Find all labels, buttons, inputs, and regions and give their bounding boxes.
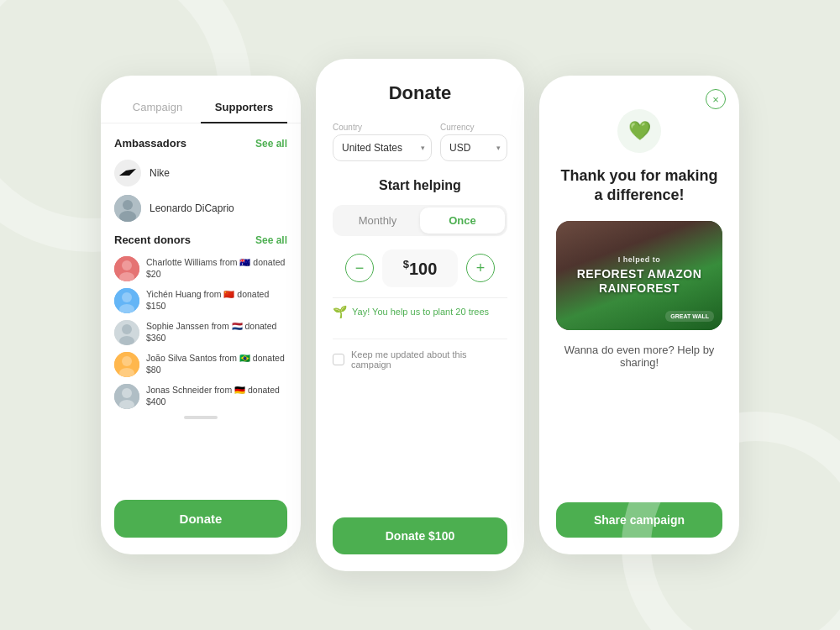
nike-avatar: [114, 160, 141, 186]
monthly-button[interactable]: Monthly: [335, 207, 420, 234]
donor-yichen: Yichén Huang from 🇨🇳 donated $150: [114, 288, 287, 313]
jonas-flag: 🇩🇪: [234, 385, 245, 395]
donor-charlotte: Charlotte Williams from 🇦🇺 donated $20: [114, 256, 287, 281]
charlotte-flag: 🇦🇺: [239, 257, 250, 267]
country-select[interactable]: United States Canada United Kingdom: [333, 134, 432, 161]
close-button[interactable]: ×: [706, 89, 726, 109]
svg-point-7: [122, 292, 132, 302]
jonas-avatar: [114, 384, 139, 409]
nike-name: Nike: [150, 167, 170, 179]
country-select-wrapper[interactable]: United States Canada United Kingdom ▾: [333, 134, 432, 161]
tab-supporters[interactable]: Supporters: [201, 92, 287, 123]
svg-point-4: [122, 260, 132, 270]
amount-value: 100: [409, 260, 437, 278]
donors-title: Recent donors: [114, 234, 191, 246]
heart-icon: 💚: [628, 120, 651, 142]
share-campaign-button[interactable]: Share campaign: [556, 502, 722, 538]
sophie-avatar: [114, 320, 139, 345]
newsletter-checkbox[interactable]: [333, 354, 344, 365]
ambassador-dicaprio: Leonardo DiCaprio: [114, 195, 287, 222]
decrease-amount-button[interactable]: −: [345, 254, 374, 282]
leaf-icon: 🌱: [333, 305, 347, 318]
svg-point-13: [122, 356, 132, 366]
newsletter-checkbox-row[interactable]: Keep me updated about this campaign: [333, 349, 507, 370]
newsletter-label: Keep me updated about this campaign: [351, 349, 507, 370]
donor-sophie: Sophie Janssen from 🇳🇱 donated $360: [114, 320, 287, 345]
heart-circle: 💚: [617, 109, 661, 153]
yichen-text: Yichén Huang from 🇨🇳 donated $150: [146, 289, 287, 312]
ambassadors-title: Ambassadors: [114, 137, 186, 150]
donors-see-all[interactable]: See all: [255, 234, 287, 246]
amount-display: $100: [382, 249, 458, 287]
donate-submit-button[interactable]: Donate $100: [333, 517, 507, 554]
forest-image: I helped to REFOREST AMAZON RAINFOREST G…: [556, 221, 722, 330]
charlotte-avatar: [114, 256, 139, 281]
tab-campaign[interactable]: Campaign: [114, 92, 201, 123]
once-button[interactable]: Once: [420, 207, 505, 234]
amount-row: − $100 +: [333, 249, 507, 287]
country-label: Country: [333, 123, 432, 132]
country-currency-row: Country United States Canada United King…: [333, 123, 507, 161]
svg-point-10: [122, 324, 132, 334]
svg-point-16: [122, 388, 132, 398]
joao-text: João Silva Santos from 🇧🇷 donated $80: [146, 353, 287, 375]
trees-info: 🌱 Yay! You help us to plant 20 trees: [333, 305, 507, 318]
sophie-flag: 🇳🇱: [232, 321, 243, 331]
supporters-card: Campaign Supporters Ambassadors See all …: [101, 76, 301, 554]
sophie-text: Sophie Janssen from 🇳🇱 donated $360: [146, 321, 287, 344]
svg-point-1: [123, 200, 133, 210]
forest-main-text: REFOREST AMAZON RAINFOREST: [556, 267, 722, 296]
trees-text: Yay! You help us to plant 20 trees: [352, 307, 489, 317]
share-prompt: Wanna do even more? Help by sharing!: [556, 344, 722, 369]
donors-header: Recent donors See all: [114, 234, 287, 246]
ambassador-nike: Nike: [114, 160, 287, 186]
currency-select[interactable]: USD EUR GBP: [440, 134, 507, 161]
nike-logo-icon: [119, 169, 136, 177]
ambassadors-see-all[interactable]: See all: [255, 138, 287, 150]
donor-jonas: Jonas Schneider from 🇩🇪 donated $400: [114, 384, 287, 409]
forest-overlay-text: I helped to: [618, 255, 661, 264]
forest-text-overlay: I helped to REFOREST AMAZON RAINFOREST: [556, 221, 722, 330]
thankyou-card: × 💚 Thank you for making a difference! I…: [539, 76, 739, 554]
dicaprio-name: Leonardo DiCaprio: [150, 202, 234, 214]
joao-flag: 🇧🇷: [239, 353, 250, 363]
trees-hint-row: 🌱 Yay! You help us to plant 20 trees: [333, 297, 507, 339]
currency-select-wrapper[interactable]: USD EUR GBP ▾: [440, 134, 507, 161]
amount-symbol: $: [403, 258, 409, 270]
country-group: Country United States Canada United King…: [333, 123, 432, 161]
yichen-flag: 🇨🇳: [223, 289, 234, 299]
dicaprio-portrait-icon: [114, 195, 141, 222]
increase-amount-button[interactable]: +: [466, 254, 495, 282]
scroll-indicator: [184, 416, 218, 419]
joao-avatar: [114, 352, 139, 377]
dicaprio-avatar: [114, 195, 141, 222]
ambassadors-header: Ambassadors See all: [114, 137, 287, 150]
donate-button-card1[interactable]: Donate: [114, 500, 287, 538]
frequency-toggle: Monthly Once: [333, 205, 507, 236]
tab-bar: Campaign Supporters: [101, 92, 301, 123]
currency-label: Currency: [440, 123, 507, 132]
currency-group: Currency USD EUR GBP ▾: [440, 123, 507, 161]
jonas-text: Jonas Schneider from 🇩🇪 donated $400: [146, 385, 287, 407]
donate-form-title: Donate: [333, 82, 507, 104]
charlotte-text: Charlotte Williams from 🇦🇺 donated $20: [146, 257, 287, 280]
donate-form-card: Donate Country United States Canada Unit…: [316, 59, 524, 571]
start-helping-title: Start helping: [333, 178, 507, 193]
yichen-avatar: [114, 288, 139, 313]
donor-joao: João Silva Santos from 🇧🇷 donated $80: [114, 352, 287, 377]
supporters-body: Ambassadors See all Nike Leonardo DiCapr…: [101, 123, 301, 500]
thankyou-title: Thank you for making a difference!: [556, 166, 722, 206]
